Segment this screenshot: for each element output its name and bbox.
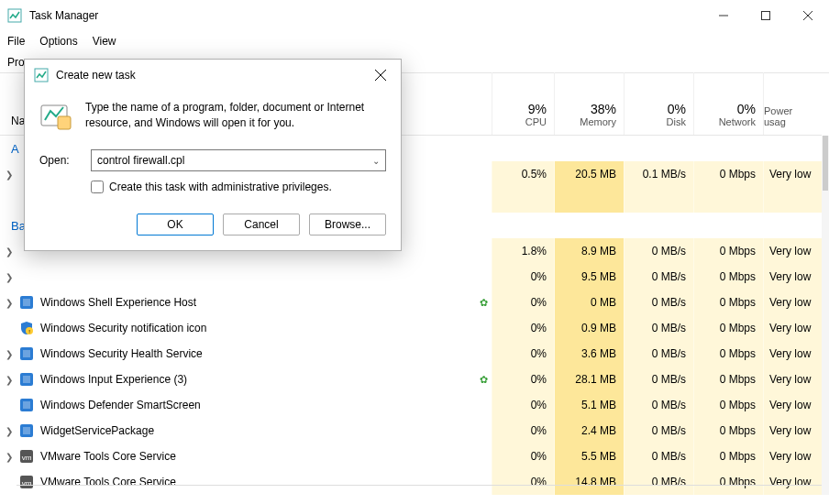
cell-cpu: 0% xyxy=(492,418,554,444)
cancel-button[interactable]: Cancel xyxy=(223,214,300,236)
cell-cpu: 0% xyxy=(492,444,554,469)
cell-memory: 5.1 MB xyxy=(554,392,624,418)
cell-power: Very low xyxy=(763,161,822,187)
menu-view[interactable]: View xyxy=(93,35,116,48)
cell-power: Very low xyxy=(763,418,822,444)
expand-icon[interactable]: ❯ xyxy=(0,170,18,180)
cell-power: Very low xyxy=(763,444,822,469)
expand-icon[interactable]: ❯ xyxy=(0,247,18,257)
cell-network: 0 Mbps xyxy=(693,238,763,264)
table-row[interactable]: ❯Windows Security Health Service0%3.6 MB… xyxy=(0,341,822,367)
cell-network: 0 Mbps xyxy=(693,469,763,495)
cell-power: Very low xyxy=(763,315,822,341)
process-icon: vm xyxy=(18,474,35,490)
cell-disk: 0.1 MB/s xyxy=(624,161,693,187)
minimize-button[interactable] xyxy=(702,0,745,31)
cell-network: 0 Mbps xyxy=(693,392,763,418)
cell-cpu: 0% xyxy=(492,367,554,392)
cell-network: 0 Mbps xyxy=(693,418,763,444)
expand-icon[interactable]: ❯ xyxy=(0,375,18,385)
cell-disk: 0 MB/s xyxy=(624,418,693,444)
svg-rect-6 xyxy=(23,299,30,306)
cell-network: 0 Mbps xyxy=(693,264,763,290)
cell-disk: 0 MB/s xyxy=(624,315,693,341)
table-row[interactable]: ❯0%9.5 MB0 MB/s0 MbpsVery low xyxy=(0,264,822,290)
admin-label: Create this task with administrative pri… xyxy=(109,181,332,193)
svg-rect-10 xyxy=(23,350,30,357)
close-button[interactable] xyxy=(787,0,829,31)
cell-memory: 14.8 MB xyxy=(554,469,624,495)
scrollbar-thumb[interactable] xyxy=(823,136,828,191)
leaf-icon: ✿ xyxy=(475,297,492,309)
dialog-titlebar: Create new task xyxy=(25,60,401,91)
process-icon: ! xyxy=(18,320,35,336)
window-buttons xyxy=(702,0,829,31)
cell-disk: 0 MB/s xyxy=(624,392,693,418)
table-row[interactable]: ❯WidgetServicePackage0%2.4 MB0 MB/s0 Mbp… xyxy=(0,418,822,444)
run-icon xyxy=(39,100,72,133)
cell-power: Very low xyxy=(763,290,822,315)
create-task-dialog: Create new task Type the name of a progr… xyxy=(24,59,402,251)
table-row[interactable]: ❯Windows Input Experience (3)✿0%28.1 MB0… xyxy=(0,367,822,392)
expand-icon[interactable]: ❯ xyxy=(0,452,18,462)
process-icon xyxy=(18,294,35,311)
svg-rect-2 xyxy=(762,12,770,20)
leaf-icon: ✿ xyxy=(475,374,492,386)
open-combobox[interactable]: control firewall.cpl ⌄ xyxy=(91,149,386,171)
tab-processes[interactable]: Pro xyxy=(7,56,25,69)
cell-cpu: 0% xyxy=(492,264,554,290)
cell-cpu: 0% xyxy=(492,315,554,341)
process-icon xyxy=(18,345,35,362)
process-name: VMware Tools Core Service xyxy=(40,476,475,488)
dialog-close-button[interactable] xyxy=(360,60,401,91)
table-row[interactable]: !Windows Security notification icon0%0.9… xyxy=(0,315,822,341)
cell-network: 0 Mbps xyxy=(693,161,763,187)
menubar: File Options View xyxy=(0,31,829,51)
column-network[interactable]: 0% Network xyxy=(693,72,763,135)
expand-icon[interactable]: ❯ xyxy=(0,272,18,282)
process-name: Windows Security Health Service xyxy=(40,347,475,360)
chevron-down-icon: ⌄ xyxy=(372,156,380,166)
footer-divider xyxy=(17,485,822,486)
admin-checkbox[interactable] xyxy=(91,181,104,193)
cell-memory: 0.9 MB xyxy=(554,315,624,341)
process-icon: vm xyxy=(18,448,35,465)
process-name: VMware Tools Core Service xyxy=(40,450,475,463)
open-value: control firewall.cpl xyxy=(97,154,184,167)
cell-memory: 5.5 MB xyxy=(554,444,624,469)
column-disk[interactable]: 0% Disk xyxy=(624,72,693,135)
svg-rect-14 xyxy=(23,401,30,409)
process-icon xyxy=(18,371,35,388)
expand-icon[interactable]: ❯ xyxy=(0,349,18,359)
menu-options[interactable]: Options xyxy=(39,35,77,48)
cell-disk: 0 MB/s xyxy=(624,238,693,264)
cell-memory: 2.4 MB xyxy=(554,418,624,444)
table-row[interactable]: Windows Defender SmartScreen0%5.1 MB0 MB… xyxy=(0,392,822,418)
expand-icon[interactable]: ❯ xyxy=(0,426,18,436)
expand-icon[interactable]: ❯ xyxy=(0,298,18,308)
ok-button[interactable]: OK xyxy=(137,214,214,236)
process-icon xyxy=(18,397,35,413)
cell-network: 0 Mbps xyxy=(693,444,763,469)
cell-power: Very low xyxy=(763,264,822,290)
maximize-button[interactable] xyxy=(745,0,787,31)
process-icon xyxy=(18,422,35,439)
process-icon xyxy=(18,268,35,285)
column-cpu[interactable]: 9% CPU xyxy=(492,72,554,135)
cell-disk: 0 MB/s xyxy=(624,367,693,392)
table-row[interactable]: vmVMware Tools Core Service0%14.8 MB0 MB… xyxy=(0,469,822,495)
menu-file[interactable]: File xyxy=(7,35,25,48)
cell-disk: 0 MB/s xyxy=(624,444,693,469)
column-power[interactable]: Power usag xyxy=(763,72,822,135)
cell-memory: 28.1 MB xyxy=(554,367,624,392)
cell-memory: 0 MB xyxy=(554,290,624,315)
cell-cpu: 0% xyxy=(492,341,554,367)
window-title: Task Manager xyxy=(29,9,98,22)
cell-cpu: 0% xyxy=(492,392,554,418)
scrollbar[interactable] xyxy=(822,136,829,495)
column-memory[interactable]: 38% Memory xyxy=(554,72,624,135)
table-row[interactable]: ❯vmVMware Tools Core Service0%5.5 MB0 MB… xyxy=(0,444,822,469)
table-row[interactable]: ❯Windows Shell Experience Host✿0%0 MB0 M… xyxy=(0,290,822,315)
svg-text:vm: vm xyxy=(22,454,32,462)
browse-button[interactable]: Browse... xyxy=(309,214,386,236)
